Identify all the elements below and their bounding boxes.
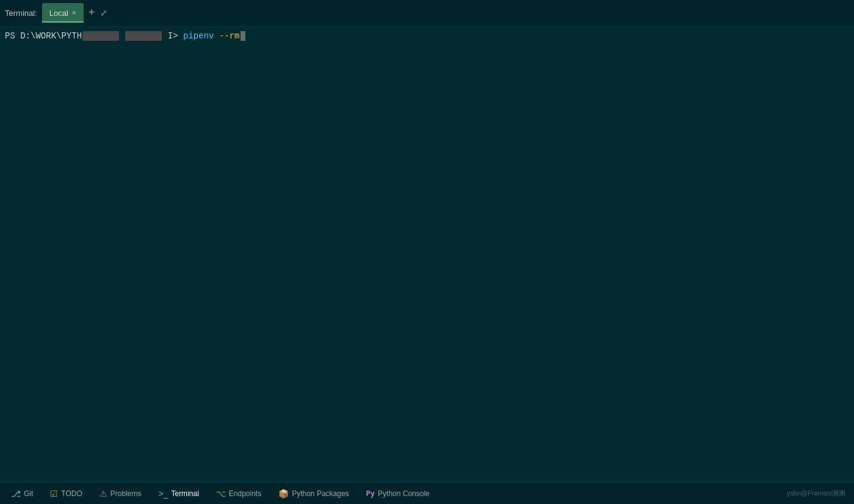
command-pipenv: pipenv [183,29,214,43]
expand-terminal-button[interactable]: ⤢ [100,8,107,18]
terminal-cursor [241,31,245,41]
prompt-ps: PS [5,29,20,43]
git-icon: ⎇ [11,489,21,499]
statusbar-item-console[interactable]: Py Python Console [358,483,438,504]
terminal-icon: >_ [158,489,168,499]
statusbar-packages-label: Python Packages [292,489,349,498]
watermark: ysbn@Framizo测测 [787,489,852,498]
endpoints-icon: ⌥ [216,489,226,499]
prompt-path-masked2 [125,31,162,41]
prompt-path-sep [120,29,125,43]
new-terminal-button[interactable]: + [89,7,95,19]
terminal-body[interactable]: PS D:\WORK\PYTH I> pipenv --rm [0,26,854,482]
status-bar: ⎇ Git ☑ TODO ⚠ Problems >_ Terminal ⌥ En… [0,482,854,504]
packages-icon: 📦 [278,489,289,499]
statusbar-problems-label: Problems [110,489,142,498]
terminal-tab-local[interactable]: Local × [42,3,84,23]
statusbar-terminal-label: Terminal [171,489,198,498]
prompt-path-prefix: D:\WORK\PYTH [20,29,82,43]
statusbar-git-label: Git [24,489,33,498]
terminal-top-bar: Terminal: Local × + ⤢ [0,0,854,26]
todo-icon: ☑ [50,489,58,499]
prompt-arrow: I> [162,29,183,43]
statusbar-item-todo[interactable]: ☑ TODO [42,483,90,504]
terminal-tab-name: Local [49,9,68,18]
statusbar-item-packages[interactable]: 📦 Python Packages [270,483,357,504]
command-args: --rm [214,29,239,43]
statusbar-item-git[interactable]: ⎇ Git [2,483,42,504]
statusbar-item-endpoints[interactable]: ⌥ Endpoints [208,483,270,504]
terminal-prompt-line: PS D:\WORK\PYTH I> pipenv --rm [5,29,849,43]
terminal-label: Terminal: [5,9,37,18]
statusbar-item-problems[interactable]: ⚠ Problems [91,483,150,504]
console-icon: Py [366,489,375,498]
statusbar-console-label: Python Console [378,489,430,498]
statusbar-item-terminal[interactable]: >_ Terminal [150,483,207,504]
statusbar-endpoints-label: Endpoints [229,489,261,498]
prompt-path-masked1 [82,31,119,41]
problems-icon: ⚠ [100,489,107,499]
statusbar-todo-label: TODO [61,489,82,498]
terminal-tab-close[interactable]: × [72,9,76,17]
